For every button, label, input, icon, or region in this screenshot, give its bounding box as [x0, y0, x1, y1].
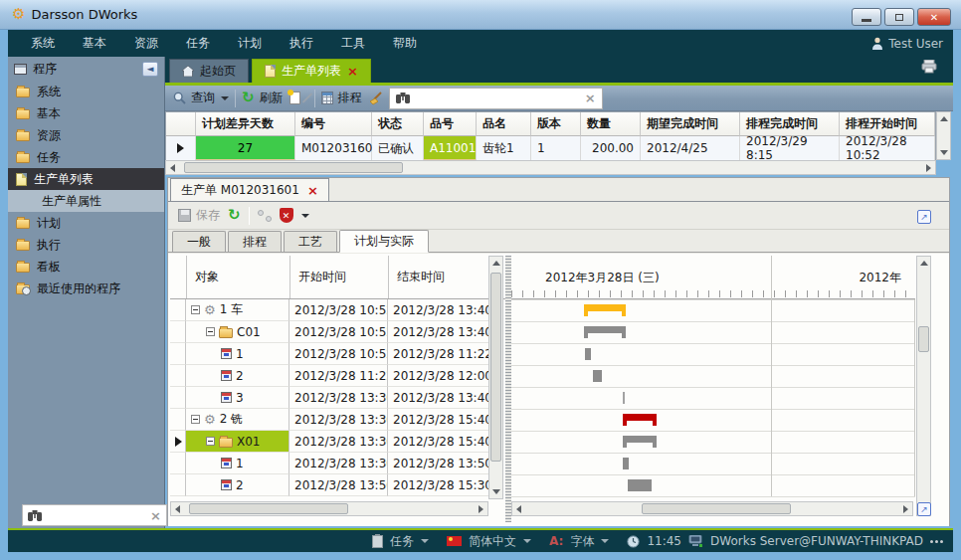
- sidebar-item-生产单属性[interactable]: 生产单属性: [8, 190, 164, 212]
- tree-column-header[interactable]: 对象: [187, 256, 290, 298]
- grid-column-header[interactable]: 品名: [477, 112, 531, 136]
- tree-table-row[interactable]: 3 2012/3/28 13:30 2012/3/28 13:40: [170, 387, 505, 409]
- tree-collapse-icon[interactable]: [191, 305, 200, 314]
- tree-column-header[interactable]: 开始时间: [290, 256, 389, 298]
- menu-item[interactable]: 工具: [328, 31, 378, 56]
- tree-table-row[interactable]: 2 2012/3/28 13:50 2012/3/28 15:30: [170, 474, 505, 496]
- gantt-bar[interactable]: [623, 458, 629, 469]
- status-task[interactable]: 任务: [390, 533, 414, 550]
- menu-item[interactable]: 任务: [173, 31, 223, 56]
- close-button[interactable]: ✕: [917, 8, 951, 26]
- detail-refresh-icon[interactable]: ↻: [228, 208, 241, 223]
- grid-data-row[interactable]: 27M012031601已确认A11001齿轮11200.002012/4/25…: [166, 136, 935, 161]
- gantt-horizontal-scrollbar[interactable]: [511, 501, 913, 516]
- document-tab[interactable]: 起始页: [169, 59, 249, 83]
- tab-close-icon[interactable]: ×: [347, 65, 358, 78]
- grid-column-header[interactable]: 计划差异天数: [196, 112, 295, 136]
- tree-collapse-icon[interactable]: [206, 327, 215, 336]
- menu-item[interactable]: 基本: [70, 31, 119, 56]
- toolbar-search-clear-icon[interactable]: ×: [585, 92, 596, 104]
- sidebar-item-生产单列表[interactable]: 生产单列表: [8, 168, 164, 190]
- sidebar-item-看板[interactable]: 看板: [8, 256, 164, 278]
- detail-tab-排程[interactable]: 排程: [228, 231, 282, 252]
- query-button[interactable]: 查询: [173, 90, 215, 106]
- grid-column-header[interactable]: 排程开始时间: [840, 112, 935, 136]
- gantt-bar[interactable]: [593, 370, 602, 382]
- sidebar-collapse-button[interactable]: ◄: [142, 62, 158, 77]
- font-dropdown-caret[interactable]: [601, 539, 609, 543]
- popout-icon[interactable]: ↗: [917, 210, 931, 224]
- sidebar-item-执行[interactable]: 执行: [8, 234, 164, 256]
- grid-column-header[interactable]: 排程完成时间: [740, 112, 840, 136]
- schedule-button[interactable]: 排程: [321, 90, 362, 106]
- gantt-bar[interactable]: [585, 348, 591, 360]
- sidebar-item-资源[interactable]: 资源: [8, 124, 164, 146]
- grid-column-header[interactable]: 状态: [372, 112, 424, 136]
- language-dropdown-caret[interactable]: [523, 539, 531, 543]
- node-link-icon[interactable]: [258, 210, 272, 222]
- detail-doc-tab[interactable]: 生产单 M012031601 ×: [170, 178, 329, 201]
- tree-column-header[interactable]: 结束时间: [389, 256, 489, 298]
- sidebar-item-基本[interactable]: 基本: [8, 102, 164, 124]
- sidebar-item-系统[interactable]: 系统: [8, 81, 164, 102]
- shield-dropdown-caret[interactable]: [301, 214, 309, 218]
- tree-table-row[interactable]: ⚙1 车 2012/3/28 10:52 2012/3/28 13:40: [170, 299, 505, 321]
- maximize-button[interactable]: [884, 8, 914, 26]
- gantt-bar[interactable]: [628, 479, 652, 491]
- print-icon[interactable]: [921, 60, 955, 74]
- broom-icon[interactable]: [368, 92, 383, 105]
- sidebar-item-计划[interactable]: 计划: [8, 212, 164, 234]
- shield-cancel-icon[interactable]: ✕: [280, 208, 293, 223]
- sidebar-search-input[interactable]: [47, 508, 145, 522]
- gantt-bar[interactable]: [623, 392, 625, 404]
- tree-collapse-icon[interactable]: [206, 437, 215, 446]
- minimize-button[interactable]: [852, 8, 881, 26]
- detail-tab-一般[interactable]: 一般: [172, 231, 226, 252]
- gantt-popout-icon[interactable]: ↗: [917, 502, 931, 516]
- task-dropdown-caret[interactable]: [421, 539, 429, 543]
- tree-table-row[interactable]: 1 2012/3/28 13:30 2012/3/28 13:50: [170, 453, 505, 474]
- grid-column-header[interactable]: 数量: [581, 112, 641, 136]
- tree-horizontal-scrollbar[interactable]: [170, 501, 488, 516]
- current-user[interactable]: Test User: [871, 37, 943, 51]
- tree-collapse-icon[interactable]: [191, 415, 200, 424]
- gantt-bar[interactable]: [584, 304, 626, 311]
- sidebar-search-clear-icon[interactable]: ×: [150, 509, 161, 522]
- tree-table-row[interactable]: ⚙2 铣 2012/3/28 13:30 2012/3/28 15:40: [170, 409, 505, 431]
- grid-column-header[interactable]: 期望完成时间: [641, 112, 740, 136]
- menu-item[interactable]: 帮助: [380, 31, 430, 56]
- grid-column-header[interactable]: 编号: [295, 112, 372, 136]
- grid-horizontal-scrollbar[interactable]: [165, 160, 936, 175]
- save-button[interactable]: 保存: [178, 207, 220, 224]
- menu-item[interactable]: 执行: [277, 31, 326, 56]
- grid-column-header[interactable]: 版本: [531, 112, 581, 136]
- sidebar-item-任务[interactable]: 任务: [8, 146, 164, 168]
- menu-item[interactable]: 资源: [121, 31, 171, 56]
- detail-close-icon[interactable]: ×: [307, 184, 318, 197]
- gantt-bar[interactable]: [623, 436, 657, 443]
- status-font[interactable]: 字体: [570, 533, 594, 550]
- grid-vertical-scrollbar[interactable]: [936, 111, 951, 160]
- gantt-bar[interactable]: [623, 414, 657, 421]
- tree-vertical-scrollbar[interactable]: [488, 256, 503, 499]
- edit-pencil-icon[interactable]: [301, 93, 312, 103]
- grid-column-header[interactable]: 品号: [424, 112, 477, 136]
- refresh-button[interactable]: ↻ 刷新: [242, 90, 284, 106]
- toolbar-search-input[interactable]: [416, 92, 579, 105]
- sidebar-item-最近使用的程序[interactable]: 最近使用的程序: [8, 278, 164, 299]
- sidebar-item-label: 计划: [37, 215, 61, 232]
- tree-table-row[interactable]: 2 2012/3/28 11:22 2012/3/28 12:00: [170, 365, 505, 387]
- tree-table-row[interactable]: 1 2012/3/28 10:52 2012/3/28 11:22: [170, 343, 505, 365]
- detail-tab-工艺[interactable]: 工艺: [284, 231, 337, 252]
- gantt-vertical-scrollbar[interactable]: [916, 256, 931, 516]
- status-language[interactable]: 简体中文: [469, 533, 516, 550]
- document-tab[interactable]: 生产单列表 ×: [252, 59, 371, 83]
- menu-item[interactable]: 计划: [225, 31, 275, 56]
- detail-tab-计划与实际[interactable]: 计划与实际: [339, 230, 429, 253]
- tree-table-row[interactable]: C01 2012/3/28 10:52 2012/3/28 13:40: [170, 321, 505, 343]
- menu-item[interactable]: 系统: [18, 31, 68, 56]
- query-dropdown-caret[interactable]: [221, 96, 229, 100]
- gantt-bar[interactable]: [584, 326, 626, 333]
- new-document-icon[interactable]: [289, 92, 300, 104]
- tree-table-row[interactable]: X01 2012/3/28 13:30 2012/3/28 15:40: [170, 431, 505, 453]
